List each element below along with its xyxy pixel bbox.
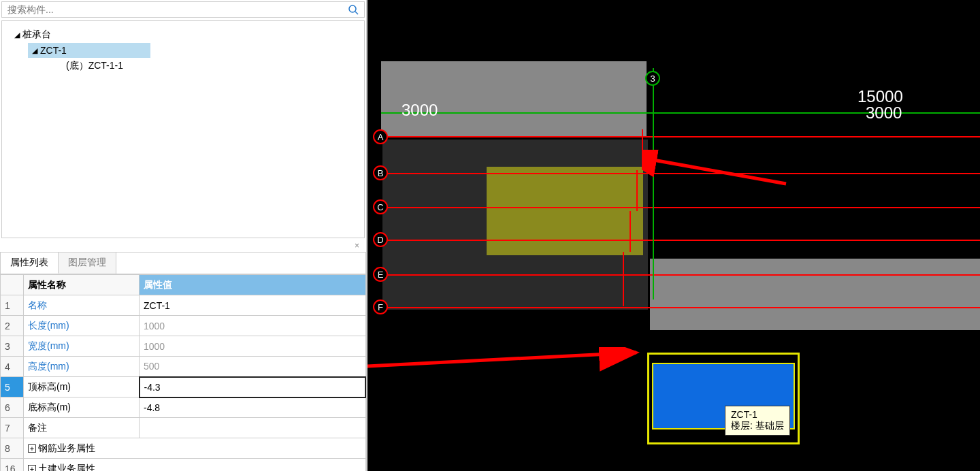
row-number: 7: [1, 418, 24, 438]
table-row[interactable]: 7备注: [1, 418, 366, 438]
caret-icon: ◢: [32, 46, 37, 55]
model-block: [381, 61, 647, 136]
grid-line: [623, 252, 624, 306]
grid-line: [630, 211, 631, 252]
table-row[interactable]: 5顶标高(m)-4.3: [1, 377, 366, 397]
grid-line: [381, 173, 980, 174]
prop-value-cell[interactable]: -4.3: [140, 377, 366, 397]
row-number: 1: [1, 295, 24, 316]
grid-line: [381, 136, 980, 137]
prop-name-cell: 高度(mm): [24, 357, 140, 377]
dimension-label: 3000: [866, 103, 902, 123]
axis-marker-3: 3: [645, 71, 660, 86]
tab-bar: 属性列表 图层管理: [0, 252, 366, 274]
row-number: 2: [1, 316, 24, 336]
table-row[interactable]: 2长度(mm)1000: [1, 316, 366, 336]
row-number: 16: [1, 459, 24, 472]
search-icon[interactable]: [348, 4, 359, 15]
model-block: [650, 259, 980, 330]
tree-item-zct1[interactable]: ◢ ZCT-1: [28, 43, 150, 58]
model-block-olive[interactable]: [487, 167, 643, 255]
header-propname: 属性名称: [24, 275, 140, 295]
prop-value-cell[interactable]: 1000: [140, 316, 366, 336]
property-table: 属性名称 属性值 1名称ZCT-12长度(mm)10003宽度(mm)10004…: [0, 274, 366, 471]
axis-marker-D: D: [373, 232, 388, 247]
prop-name-cell: +土建业务属性: [24, 459, 366, 472]
row-number: 5: [1, 377, 24, 397]
table-row[interactable]: 1名称ZCT-1: [1, 295, 366, 316]
table-row[interactable]: 6底标高(m)-4.8: [1, 397, 366, 418]
arrow-annotation: [368, 347, 650, 388]
prop-name-cell: +钢筋业务属性: [24, 438, 366, 459]
grid-line: [642, 129, 643, 170]
expand-icon[interactable]: +: [28, 465, 36, 472]
tree-item-label: (底）ZCT-1-1: [66, 60, 123, 71]
prop-name-cell: 备注: [24, 418, 140, 438]
prop-name-cell: 名称: [24, 295, 140, 316]
prop-name-cell: 底标高(m): [24, 397, 140, 418]
prop-value-cell[interactable]: ZCT-1: [140, 295, 366, 316]
header-blank: [1, 275, 24, 295]
search-input[interactable]: [7, 4, 348, 15]
prop-name-cell: 宽度(mm): [24, 336, 140, 357]
grid-line: [381, 207, 980, 208]
model-viewport[interactable]: 3 A B C D E F 3000 15000 3000 ZCT-1 楼层: …: [368, 0, 980, 471]
grid-line: [636, 170, 638, 211]
tree-item-label: ZCT-1: [40, 45, 67, 56]
tree-root-label: 桩承台: [22, 29, 51, 41]
prop-value-cell[interactable]: -4.8: [140, 397, 366, 418]
prop-value-cell[interactable]: 500: [140, 357, 366, 377]
row-number: 6: [1, 397, 24, 418]
table-row[interactable]: 8+钢筋业务属性: [1, 438, 366, 459]
svg-line-3: [653, 160, 786, 184]
prop-name-cell: 顶标高(m): [24, 377, 140, 397]
svg-point-0: [349, 5, 356, 12]
grid-line: [381, 240, 980, 241]
expand-icon[interactable]: +: [28, 444, 36, 453]
prop-name-cell: 长度(mm): [24, 316, 140, 336]
tooltip-name: ZCT-1: [731, 409, 784, 420]
table-row[interactable]: 16+土建业务属性: [1, 459, 366, 472]
header-propvalue: 属性值: [140, 275, 366, 295]
row-number: 3: [1, 336, 24, 357]
left-panel: ◢ 桩承台 ◢ ZCT-1 (底）ZCT-1-1 × 属性列表 图层管理 属性名…: [0, 0, 368, 471]
table-row[interactable]: 3宽度(mm)1000: [1, 336, 366, 357]
search-bar[interactable]: [1, 1, 365, 18]
prop-value-cell[interactable]: [140, 418, 366, 438]
prop-value-cell[interactable]: 1000: [140, 336, 366, 357]
svg-line-5: [368, 353, 636, 376]
table-row[interactable]: 4高度(mm)500: [1, 357, 366, 377]
component-tooltip: ZCT-1 楼层: 基础层: [725, 406, 790, 436]
grid-line: [381, 307, 980, 308]
close-button[interactable]: ×: [0, 240, 366, 252]
row-number: 4: [1, 357, 24, 377]
caret-icon: ◢: [14, 31, 20, 39]
tab-properties[interactable]: 属性列表: [1, 253, 59, 274]
axis-marker-E: E: [373, 267, 388, 282]
axis-marker-A: A: [373, 129, 388, 144]
row-number: 8: [1, 438, 24, 459]
tree-root[interactable]: ◢ 桩承台: [14, 27, 359, 43]
grid-line: [653, 68, 654, 299]
axis-marker-C: C: [373, 199, 388, 214]
axis-marker-B: B: [373, 165, 388, 180]
axis-marker-F: F: [373, 299, 388, 314]
arrow-annotation: [643, 150, 793, 191]
svg-line-1: [355, 12, 358, 14]
component-tree: ◢ 桩承台 ◢ ZCT-1 (底）ZCT-1-1: [1, 20, 365, 238]
grid-line: [381, 274, 980, 276]
tree-item-zct1-1[interactable]: (底）ZCT-1-1: [62, 58, 359, 74]
dimension-label: 3000: [402, 101, 438, 120]
tab-layers[interactable]: 图层管理: [59, 253, 116, 274]
tooltip-floor: 楼层: 基础层: [731, 420, 784, 432]
